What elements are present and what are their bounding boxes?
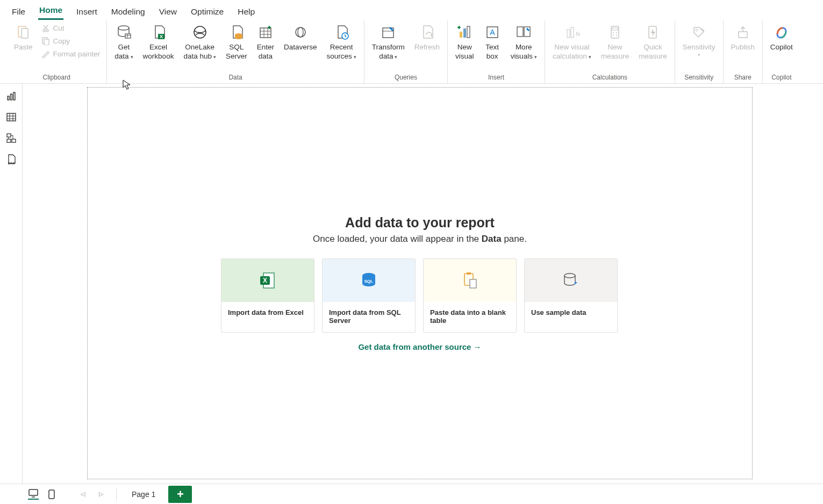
placeholder-subtitle: Once loaded, your data will appear in th…: [221, 234, 619, 244]
fx-icon: fx: [563, 24, 581, 41]
workspace: DAX Add data to your report Once loaded,…: [0, 84, 753, 484]
separator: [116, 488, 117, 501]
enter-data-label: Enter data: [257, 43, 274, 61]
card-import-excel[interactable]: X Import data from Excel: [221, 258, 314, 333]
svg-rect-20: [460, 32, 462, 38]
svg-point-4: [118, 26, 129, 30]
card-paste-table-label: Paste data into a blank table: [424, 302, 516, 332]
data-view-icon[interactable]: [5, 111, 17, 123]
svg-rect-49: [7, 139, 11, 142]
refresh-label: Refresh: [414, 43, 440, 52]
tab-insert[interactable]: Insert: [75, 3, 98, 20]
recent-sources-button[interactable]: Recent sources: [324, 21, 360, 61]
excel-workbook-button[interactable]: X Excel workbook: [140, 21, 177, 61]
svg-rect-25: [517, 27, 523, 37]
new-measure-label: New measure: [601, 43, 629, 61]
tab-home[interactable]: Home: [38, 1, 63, 20]
more-visuals-label: More visuals: [511, 43, 537, 61]
get-data-another-source-link[interactable]: Get data from another source →: [221, 342, 619, 351]
svg-rect-38: [739, 32, 747, 38]
dataverse-button[interactable]: Dataverse: [281, 21, 320, 52]
copilot-button[interactable]: Copilot: [767, 21, 796, 52]
new-visual-button[interactable]: New visual: [452, 21, 477, 61]
lightning-icon: [644, 24, 661, 41]
desktop-layout-icon[interactable]: [28, 489, 39, 500]
group-sensitivity: Sensitivity ▾ Sensitivity: [675, 20, 724, 83]
group-queries-label: Queries: [395, 72, 417, 83]
text-box-button[interactable]: A Text box: [481, 21, 504, 61]
get-data-button[interactable]: Get data: [111, 21, 136, 61]
card-sample-data[interactable]: Use sample data: [524, 258, 618, 333]
svg-point-34: [613, 35, 614, 36]
svg-rect-27: [567, 30, 570, 38]
new-visual-calculation-label: New visual calculation: [553, 43, 591, 61]
ribbon: Paste Cut Copy Format painter Clipboard: [0, 20, 823, 84]
paste-label: Paste: [14, 43, 33, 52]
svg-text:SQL: SQL: [364, 279, 374, 284]
enter-data-button[interactable]: Enter data: [254, 21, 277, 61]
publish-icon: [734, 24, 752, 41]
svg-text:X: X: [159, 34, 162, 39]
format-painter-button: Format painter: [39, 48, 103, 59]
dax-view-icon[interactable]: DAX: [5, 153, 17, 165]
card-import-sql[interactable]: SQL Import data from SQL Server: [322, 258, 416, 333]
prev-page-icon[interactable]: ◁: [77, 489, 88, 500]
mobile-layout-icon[interactable]: [46, 489, 57, 500]
scissors-icon: [41, 24, 50, 32]
paste-icon: [15, 24, 32, 41]
globe-icon: [191, 24, 209, 41]
group-clipboard: Paste Cut Copy Format painter Clipboard: [6, 20, 107, 83]
group-insert-label: Insert: [488, 72, 504, 83]
new-visual-label: New visual: [455, 43, 474, 61]
cut-button: Cut: [39, 23, 103, 33]
subtitle-pre: Once loaded, your data will appear in th…: [313, 234, 482, 244]
transform-data-button[interactable]: Transform data: [369, 21, 408, 61]
svg-rect-21: [463, 28, 466, 38]
onelake-data-hub-label: OneLake data hub: [183, 43, 216, 61]
group-copilot: Copilot Copilot: [763, 20, 800, 83]
svg-rect-22: [467, 26, 470, 38]
subtitle-bold: Data: [482, 234, 502, 244]
svg-rect-47: [7, 134, 11, 137]
tab-modeling[interactable]: Modeling: [110, 3, 146, 20]
tag-icon: [690, 24, 707, 41]
svg-rect-48: [12, 139, 16, 142]
onelake-data-hub-button[interactable]: OneLake data hub: [180, 21, 219, 61]
next-page-icon[interactable]: ▷: [96, 489, 106, 500]
sql-server-button[interactable]: SQL Server: [223, 21, 251, 61]
group-clipboard-label: Clipboard: [42, 72, 70, 83]
svg-rect-12: [260, 28, 271, 38]
group-copilot-label: Copilot: [771, 72, 791, 83]
svg-rect-40: [10, 94, 12, 100]
report-canvas[interactable]: Add data to your report Once loaded, you…: [87, 87, 753, 479]
page-tab-1[interactable]: Page 1: [126, 487, 161, 502]
sql-icon: [228, 24, 245, 41]
sample-data-icon: [561, 271, 581, 290]
card-import-sql-label: Import data from SQL Server: [323, 302, 415, 332]
calculator-icon: [606, 24, 624, 41]
more-visuals-button[interactable]: More visuals: [507, 21, 540, 61]
group-calculations-label: Calculations: [592, 72, 627, 83]
svg-text:A: A: [490, 28, 495, 37]
brush-icon: [41, 49, 50, 58]
tab-file[interactable]: File: [11, 3, 26, 20]
copilot-label: Copilot: [770, 43, 793, 52]
add-page-button[interactable]: +: [168, 486, 192, 503]
menu-bar: File Home Insert Modeling View Optimize …: [0, 0, 823, 20]
tab-view[interactable]: View: [158, 3, 178, 20]
svg-rect-1: [22, 28, 28, 38]
page-bar: ◁ ▷ Page 1 +: [0, 484, 823, 504]
get-data-label: Get data: [114, 43, 133, 61]
tab-help[interactable]: Help: [237, 3, 256, 20]
group-data-label: Data: [228, 72, 242, 83]
paste-button: Paste: [11, 21, 36, 52]
svg-rect-31: [612, 28, 618, 30]
svg-rect-3: [44, 39, 49, 45]
copy-label: Copy: [53, 37, 70, 45]
report-view-icon[interactable]: [5, 90, 17, 102]
tab-optimize[interactable]: Optimize: [190, 3, 225, 20]
quick-measure-button: Quick measure: [635, 21, 670, 61]
model-view-icon[interactable]: [5, 132, 17, 144]
card-paste-table[interactable]: Paste data into a blank table: [423, 258, 517, 333]
group-insert: New visual A Text box More visuals Inser…: [448, 20, 545, 83]
